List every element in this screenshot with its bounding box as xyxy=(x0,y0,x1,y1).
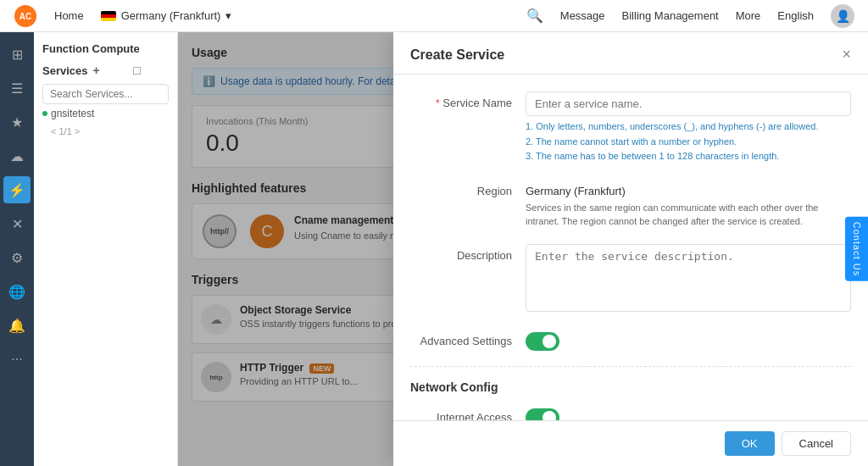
svg-text:AC: AC xyxy=(19,12,31,21)
language-selector[interactable]: English xyxy=(777,9,814,22)
service-name-hints: 1. Only letters, numbers, underscores (_… xyxy=(526,119,851,164)
service-name-input[interactable] xyxy=(526,92,851,116)
advanced-toggle[interactable] xyxy=(526,332,559,351)
service-item[interactable]: gnsitetest xyxy=(42,104,169,123)
modal-title: Create Service xyxy=(410,47,504,63)
search-services-input[interactable] xyxy=(42,84,169,104)
chevron-down-icon: ▾ xyxy=(225,9,231,22)
topnav: AC Home Germany (Frankfurt) ▾ 🔍 Message … xyxy=(0,0,868,32)
main-content: Usage ℹ️ Usage data is updated hourly. F… xyxy=(178,32,868,466)
status-dot xyxy=(42,111,47,116)
sidebar-item-star[interactable]: ★ xyxy=(3,108,31,136)
internet-access-toggle[interactable] xyxy=(526,408,559,420)
service-name-field: Service Name 1. Only letters, numbers, u… xyxy=(410,92,851,164)
region-label: Region xyxy=(410,180,512,197)
cancel-button[interactable]: Cancel xyxy=(782,431,851,456)
service-name-label: Service Name xyxy=(410,92,512,109)
ok-button[interactable]: OK xyxy=(725,431,775,456)
sidebar-item-tools[interactable]: ✕ xyxy=(3,210,31,237)
sidebar-item-deploy[interactable]: ⚙ xyxy=(3,244,31,271)
region-field: Region Germany (Frankfurt) Services in t… xyxy=(410,180,851,229)
service-sidebar: Function Compute Services + □ gnsitetest… xyxy=(34,32,178,466)
add-service-button[interactable]: + xyxy=(93,64,129,77)
region-selector[interactable]: Germany (Frankfurt) ▾ xyxy=(101,9,232,22)
modal-close-button[interactable]: × xyxy=(842,46,851,64)
sidebar-item-function[interactable]: ⚡ xyxy=(3,176,31,203)
flag-icon xyxy=(101,11,116,21)
create-service-modal: Create Service × Service Name 1. Only le… xyxy=(393,32,868,466)
sidebar-item-list[interactable]: ☰ xyxy=(3,75,31,102)
description-field: Description xyxy=(410,244,851,314)
network-config-title: Network Config xyxy=(410,380,851,394)
avatar[interactable]: 👤 xyxy=(831,4,854,28)
internet-access-label: Internet Access xyxy=(410,406,512,420)
advanced-settings-field: Advanced Settings xyxy=(410,330,851,351)
sidebar-item-globe[interactable]: 🌐 xyxy=(3,278,31,305)
more-nav[interactable]: More xyxy=(736,9,761,22)
billing-nav[interactable]: Billing Management xyxy=(622,9,719,22)
contact-us-tab[interactable]: Contact Us xyxy=(845,217,868,281)
sidebar-item-cloud[interactable]: ☁ xyxy=(3,142,31,169)
description-input[interactable] xyxy=(526,244,851,312)
icon-sidebar: ⊞ ☰ ★ ☁ ⚡ ✕ ⚙ 🌐 🔔 ··· xyxy=(0,32,34,466)
sidebar-item-bell[interactable]: 🔔 xyxy=(3,312,31,339)
sidebar-item-more[interactable]: ··· xyxy=(3,346,31,373)
services-label: Services xyxy=(42,64,88,77)
advanced-label: Advanced Settings xyxy=(410,330,512,347)
internet-access-field: Internet Access Your function can access… xyxy=(410,406,851,420)
settings-icon[interactable]: □ xyxy=(133,64,169,77)
description-label: Description xyxy=(410,244,512,262)
app-title: Function Compute xyxy=(42,42,169,55)
logo-icon[interactable]: AC xyxy=(14,4,37,28)
pagination[interactable]: < 1/1 > xyxy=(42,126,169,136)
home-nav[interactable]: Home xyxy=(54,9,84,22)
region-value: Germany (Frankfurt) xyxy=(526,180,851,197)
message-nav[interactable]: Message xyxy=(560,9,605,22)
search-icon[interactable]: 🔍 xyxy=(526,8,543,24)
sidebar-item-grid[interactable]: ⊞ xyxy=(3,41,31,68)
region-note: Services in the same region can communic… xyxy=(526,201,851,229)
